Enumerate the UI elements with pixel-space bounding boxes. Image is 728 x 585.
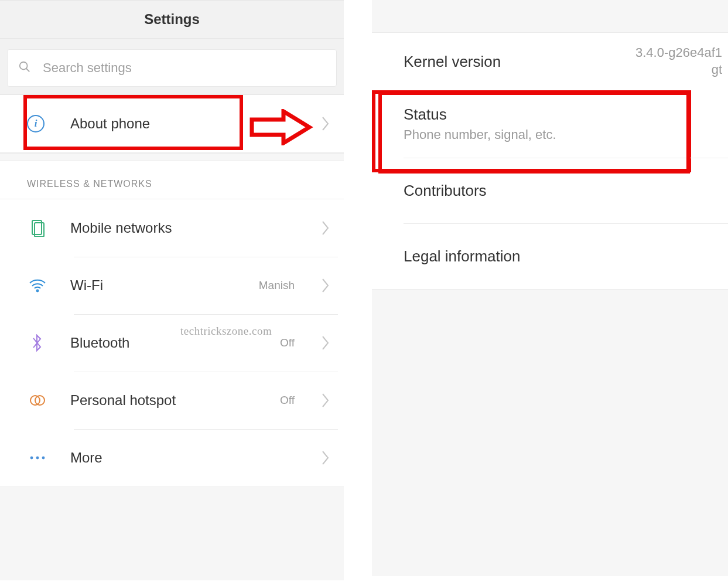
personal-hotspot-value: Off [280, 394, 295, 407]
svg-point-7 [30, 457, 33, 460]
bluetooth-label: Bluetooth [70, 335, 280, 351]
more-label: More [70, 450, 295, 466]
mobile-networks-row[interactable]: Mobile networks [0, 199, 344, 257]
wireless-networks-list: Mobile networks Wi-Fi Manish Bluetooth [0, 199, 344, 487]
info-icon: i [27, 115, 45, 132]
bluetooth-value: Off [280, 336, 295, 349]
status-label: Status [404, 106, 722, 124]
about-phone-list: Kernel version 3.4.0-g26e4af1 gt Status … [372, 33, 728, 289]
bottom-spacer [372, 289, 728, 576]
search-box[interactable] [7, 49, 337, 87]
wifi-icon [27, 278, 48, 292]
personal-hotspot-row[interactable]: Personal hotspot Off [0, 372, 344, 429]
wifi-label: Wi-Fi [70, 277, 259, 294]
contributors-label: Contributors [404, 182, 722, 200]
legal-information-label: Legal information [404, 247, 722, 266]
more-row[interactable]: More [0, 429, 344, 487]
contributors-row[interactable]: Contributors [372, 158, 728, 223]
page-title: Settings [144, 11, 200, 28]
chevron-right-icon [305, 335, 330, 351]
kernel-version-value: 3.4.0-g26e4af1 gt [635, 45, 722, 78]
chevron-right-icon [305, 393, 330, 408]
wifi-row[interactable]: Wi-Fi Manish [0, 257, 344, 314]
section-header-wireless: WIRELESS & NETWORKS [0, 161, 344, 199]
chevron-right-icon [305, 220, 330, 236]
mobile-networks-icon [27, 219, 48, 237]
search-area [0, 39, 344, 95]
svg-point-0 [20, 62, 28, 70]
settings-screen: Settings i About phone W [0, 0, 344, 585]
svg-point-8 [36, 457, 39, 460]
chevron-right-icon [305, 450, 330, 465]
svg-point-4 [37, 290, 39, 292]
chevron-right-icon [305, 116, 330, 131]
bottom-spacer [0, 487, 344, 580]
search-icon [18, 60, 31, 76]
hotspot-icon [27, 393, 48, 407]
settings-header: Settings [0, 0, 344, 39]
mobile-networks-label: Mobile networks [70, 220, 295, 236]
more-icon [27, 455, 48, 460]
chevron-right-icon [305, 278, 330, 293]
bluetooth-icon [27, 334, 48, 352]
wifi-value: Manish [259, 279, 295, 292]
about-phone-label: About phone [70, 115, 305, 132]
kernel-version-label: Kernel version [404, 53, 635, 71]
kernel-version-row[interactable]: Kernel version 3.4.0-g26e4af1 gt [372, 33, 728, 90]
bluetooth-row[interactable]: Bluetooth Off [0, 314, 344, 372]
personal-hotspot-label: Personal hotspot [70, 392, 280, 409]
svg-line-1 [26, 69, 30, 72]
section-divider [0, 153, 344, 161]
about-phone-screen: Kernel version 3.4.0-g26e4af1 gt Status … [372, 0, 728, 585]
search-input[interactable] [31, 60, 326, 76]
legal-information-row[interactable]: Legal information [372, 223, 728, 289]
about-phone-section: i About phone [0, 95, 344, 153]
top-spacer [372, 0, 728, 33]
svg-point-9 [42, 457, 45, 460]
status-row[interactable]: Status Phone number, signal, etc. [372, 90, 728, 158]
status-subtitle: Phone number, signal, etc. [404, 127, 722, 142]
about-phone-row[interactable]: i About phone [0, 95, 344, 152]
